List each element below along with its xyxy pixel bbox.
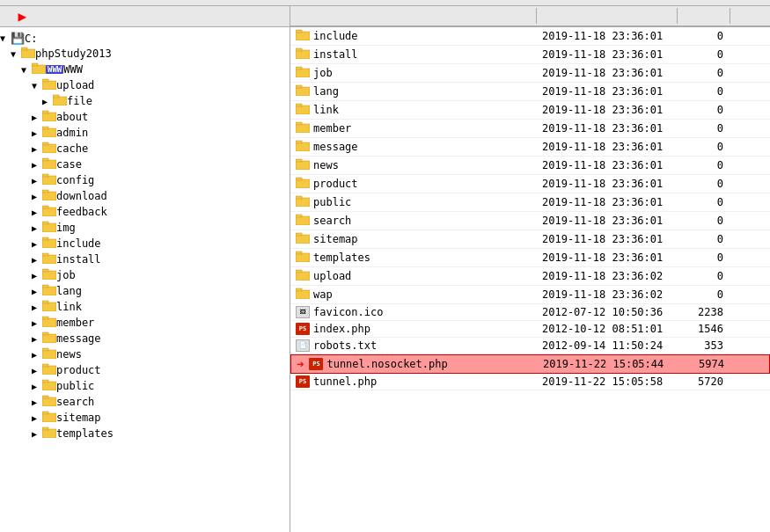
expand-icon[interactable]: ▶ <box>42 97 53 106</box>
expand-icon[interactable]: ▶ <box>32 239 42 249</box>
folder-icon <box>42 173 56 187</box>
left-panel[interactable]: ▼ 💾 C: ▼ phpStudy2013 ▼ WWW <box>0 27 290 532</box>
table-row[interactable]: job 2019-11-18 23:36:01 0 <box>290 64 770 83</box>
table-row[interactable]: install 2019-11-18 23:36:01 0 <box>290 46 770 64</box>
svg-rect-27 <box>42 253 48 256</box>
collapse-icon[interactable]: ▼ <box>0 33 11 43</box>
tree-item-download[interactable]: ▶ download <box>0 188 290 204</box>
file-name: wap <box>313 288 333 301</box>
tree-item-link[interactable]: ▶ link <box>0 299 290 315</box>
tree-item-admin[interactable]: ▶ admin <box>0 125 290 141</box>
file-time-cell: 2019-11-18 23:36:01 <box>537 140 678 154</box>
file-name: message <box>313 141 358 153</box>
table-row[interactable]: link 2019-11-18 23:36:01 0 <box>290 101 770 120</box>
file-time-cell: 2019-11-18 23:36:01 <box>537 121 678 135</box>
expand-icon[interactable]: ▶ <box>32 382 42 391</box>
svg-rect-3 <box>32 63 38 66</box>
file-size-cell: 0 <box>678 214 730 228</box>
expand-icon[interactable]: ▶ <box>32 255 42 265</box>
svg-rect-43 <box>42 380 48 383</box>
svg-rect-19 <box>42 190 48 193</box>
expand-icon[interactable]: ▶ <box>32 350 42 360</box>
folder-icon <box>296 47 310 62</box>
table-row[interactable]: message 2019-11-18 23:36:01 0 <box>290 138 770 157</box>
tree-item-include[interactable]: ▶ include <box>0 236 290 251</box>
tree-item-img[interactable]: ▶ img <box>0 220 290 236</box>
tree-item-file[interactable]: ▶ file <box>0 93 290 109</box>
svg-rect-5 <box>42 79 48 82</box>
right-panel[interactable]: include 2019-11-18 23:36:01 0 install 20… <box>290 27 770 532</box>
table-row[interactable]: templates 2019-11-18 23:36:01 0 <box>290 249 770 267</box>
table-row[interactable]: sitemap 2019-11-18 23:36:01 0 <box>290 230 770 249</box>
collapse-icon[interactable]: ▼ <box>21 65 32 75</box>
expand-icon[interactable]: ▶ <box>32 302 42 312</box>
table-row[interactable]: PS index.php 2012-10-12 08:51:01 1546 <box>290 321 770 338</box>
tree-item-www[interactable]: ▼ WWW WWW <box>0 62 290 77</box>
folder-icon <box>296 214 310 228</box>
tree-item-about[interactable]: ▶ about <box>0 109 290 125</box>
tree-item-lang[interactable]: ▶ lang <box>0 283 290 299</box>
table-row[interactable]: lang 2019-11-18 23:36:01 0 <box>290 83 770 101</box>
table-row[interactable]: ➜ PS tunnel.nosocket.php 2019-11-22 15:0… <box>290 354 770 374</box>
expand-icon[interactable]: ▶ <box>32 176 42 186</box>
folder-icon <box>296 269 310 283</box>
file-size-cell: 1546 <box>678 322 730 336</box>
tree-item-message[interactable]: ▶ message <box>0 331 290 346</box>
tree-item-install[interactable]: ▶ install <box>0 251 290 267</box>
red-arrow-indicator: ➜ <box>297 357 304 371</box>
expand-icon[interactable]: ▶ <box>32 160 42 170</box>
expand-icon[interactable]: ▶ <box>32 397 42 407</box>
table-row[interactable]: 📄 robots.txt 2012-09-14 11:50:24 353 <box>290 338 770 354</box>
table-row[interactable]: product 2019-11-18 23:36:01 0 <box>290 175 770 193</box>
expand-icon[interactable]: ▶ <box>32 128 42 138</box>
tree-item-upload[interactable]: ▼ upload <box>0 77 290 93</box>
expand-icon[interactable]: ▶ <box>32 366 42 375</box>
svg-rect-31 <box>42 285 48 288</box>
tree-item-public[interactable]: ▶ public <box>0 378 290 394</box>
expand-icon[interactable]: ▶ <box>32 223 42 233</box>
expand-icon[interactable]: ▶ <box>32 413 42 423</box>
table-row[interactable]: search 2019-11-18 23:36:01 0 <box>290 212 770 230</box>
table-row[interactable]: member 2019-11-18 23:36:01 0 <box>290 120 770 138</box>
tree-item-phpStudy2013[interactable]: ▼ phpStudy2013 <box>0 46 290 62</box>
table-row[interactable]: 🖼 favicon.ico 2012-07-12 10:50:36 2238 <box>290 304 770 321</box>
table-row[interactable]: upload 2019-11-18 23:36:02 0 <box>290 267 770 286</box>
expand-icon[interactable]: ▶ <box>32 334 42 344</box>
tree-item-member[interactable]: ▶ member <box>0 315 290 331</box>
expand-icon[interactable]: ▶ <box>32 287 42 296</box>
svg-rect-35 <box>42 317 48 319</box>
collapse-icon[interactable]: ▼ <box>32 81 42 91</box>
expand-icon[interactable]: ▶ <box>32 271 42 281</box>
file-size-cell: 0 <box>678 84 730 98</box>
expand-icon[interactable]: ▶ <box>32 318 42 328</box>
expand-icon[interactable]: ▶ <box>32 113 42 122</box>
tree-item-search[interactable]: ▶ search <box>0 394 290 410</box>
tree-item-news[interactable]: ▶ news <box>0 346 290 362</box>
folder-icon <box>296 177 310 191</box>
table-row[interactable]: wap 2019-11-18 23:36:02 0 <box>290 286 770 304</box>
tree-item-config[interactable]: ▶ config <box>0 172 290 188</box>
tree-item-job[interactable]: ▶ job <box>0 267 290 283</box>
table-row[interactable]: include 2019-11-18 23:36:01 0 <box>290 27 770 46</box>
folder-icon <box>296 288 310 302</box>
svg-rect-69 <box>296 196 302 199</box>
expand-icon[interactable]: ▶ <box>32 192 42 201</box>
file-name-cell: install <box>290 47 537 62</box>
tree-item-case[interactable]: ▶ case <box>0 157 290 172</box>
collapse-icon[interactable]: ▼ <box>11 49 21 59</box>
arrow-icon: ▶ <box>18 8 26 25</box>
tree-item-sitemap[interactable]: ▶ sitemap <box>0 410 290 426</box>
expand-icon[interactable]: ▶ <box>32 144 42 154</box>
table-row[interactable]: public 2019-11-18 23:36:01 0 <box>290 193 770 212</box>
tree-item-feedback[interactable]: ▶ feedback <box>0 204 290 220</box>
expand-icon[interactable]: ▶ <box>32 208 42 217</box>
right-header <box>290 6 770 26</box>
tree-item-product[interactable]: ▶ product <box>0 362 290 378</box>
table-row[interactable]: news 2019-11-18 23:36:01 0 <box>290 157 770 175</box>
tree-item-c[interactable]: ▼ 💾 C: <box>0 31 290 46</box>
table-row[interactable]: PS tunnel.php 2019-11-22 15:05:58 5720 <box>290 374 770 390</box>
expand-icon[interactable]: ▶ <box>32 429 42 439</box>
tree-item-cache[interactable]: ▶ cache <box>0 141 290 157</box>
svg-rect-44 <box>42 397 56 406</box>
tree-item-templates[interactable]: ▶ templates <box>0 426 290 441</box>
